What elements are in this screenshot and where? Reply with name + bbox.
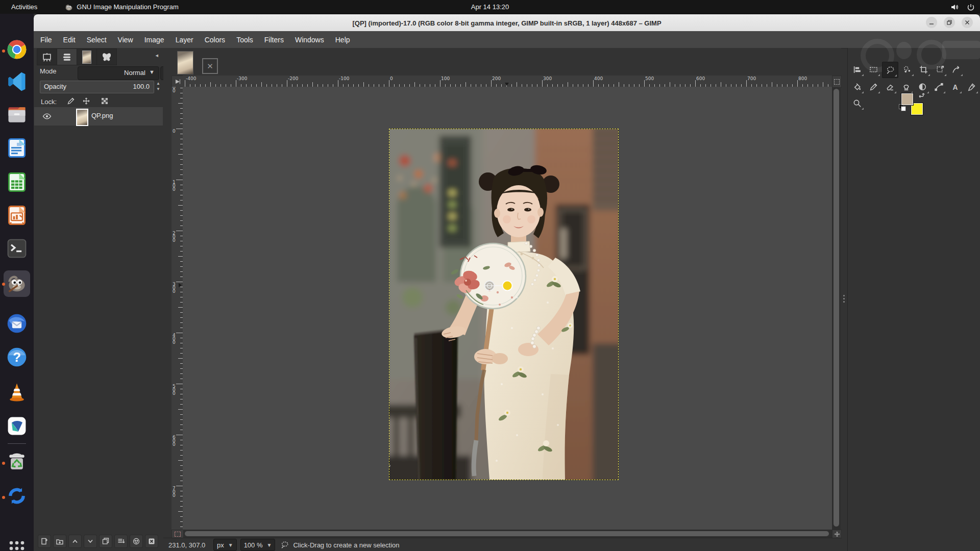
tool-zoom[interactable] [849,95,865,111]
opacity-spinner[interactable]: ▲▼ [154,81,162,93]
unit-dropdown[interactable]: px ▼ [213,539,237,551]
tab-menu-button[interactable]: ◂ [155,52,158,59]
menu-image[interactable]: Image [139,33,170,46]
menu-file[interactable]: File [35,33,58,46]
tool-clone[interactable] [898,79,914,94]
tool-paintbrush[interactable] [866,79,881,94]
toolbox-panel [847,48,980,551]
dock-item-updater[interactable] [5,484,29,508]
lock-pixels-button[interactable] [64,95,78,107]
dock-item-notes[interactable] [5,414,29,438]
vertical-scrollbar[interactable] [832,87,841,530]
dock-item-files[interactable] [5,103,29,127]
dock-item-calc[interactable] [5,170,29,194]
dock-item-appgrid[interactable] [5,536,29,551]
menu-windows[interactable]: Windows [289,33,330,46]
tool-free-select[interactable] [882,62,898,78]
dock-tab-image[interactable] [77,48,97,65]
clock[interactable]: Apr 14 13:20 [471,3,509,11]
menu-bar: FileEditSelectViewImageLayerColorsToolsF… [34,31,980,48]
horizontal-ruler[interactable]: -400-300-200-100010020030040050060070080… [183,76,832,87]
dock-tab-brushes[interactable] [96,48,117,65]
zoom-dropdown[interactable]: 100 % ▼ [240,539,276,551]
lock-alpha-button[interactable] [98,95,111,107]
minimize-button[interactable] [926,17,937,28]
dock-tab-tool-options[interactable] [37,48,57,65]
maximize-button[interactable] [944,17,955,28]
menu-filters[interactable]: Filters [259,33,289,46]
tool-text[interactable] [947,79,963,94]
new-group-button[interactable] [53,535,66,548]
focused-app-indicator[interactable]: GNU Image Manipulation Program [65,3,178,11]
image-drop-target[interactable]: ✕ [202,58,218,74]
new-layer-button[interactable] [38,535,51,548]
image-tab-thumbnail[interactable] [177,51,193,74]
zoom-follow-window-button[interactable] [832,76,842,88]
menu-edit[interactable]: Edit [58,33,81,46]
delete-layer-button[interactable] [145,535,158,548]
vertical-ruler[interactable]: - 1 0 001 0 02 0 03 0 04 0 05 0 06 0 07 … [172,87,183,530]
tool-handle-transform[interactable] [948,62,964,77]
canvas-viewport[interactable] [183,87,832,530]
photo-canvas[interactable] [389,129,618,480]
vertical-scrollbar-thumb[interactable] [834,89,839,527]
system-top-bar: Activities GNU Image Manipulation Progra… [0,0,980,14]
layer-row[interactable]: QP.png [34,107,163,126]
tool-alignment[interactable] [849,62,865,77]
tool-paths[interactable] [931,79,946,94]
dock-item-writer[interactable] [5,136,29,160]
layer-mode-dropdown[interactable]: Normal ▼ [78,66,159,80]
dock-item-thunderbird[interactable] [5,311,29,336]
zoom-icon [853,99,862,108]
tool-select-by-color[interactable] [899,62,915,77]
volume-icon[interactable] [950,3,959,11]
dock-item-help[interactable] [5,345,29,369]
menu-help[interactable]: Help [330,33,356,46]
dock-item-vscode[interactable] [5,69,29,94]
close-button[interactable] [962,17,973,28]
dock-item-vlc[interactable] [5,380,29,405]
ruler-corner-button[interactable] [172,76,184,88]
horizontal-scrollbar-thumb[interactable] [185,531,829,536]
power-icon[interactable] [967,3,975,11]
duplicate-layer-button[interactable] [99,535,112,548]
tool-rectangle-select[interactable] [866,62,881,77]
tool-unified-transform[interactable] [932,62,947,77]
dock-item-gimp[interactable] [4,270,30,297]
layer-thumbnail[interactable] [76,109,88,126]
merge-down-button[interactable] [114,535,128,548]
menu-layer[interactable]: Layer [170,33,199,46]
unified-transform-icon [936,65,944,74]
dock-item-chrome[interactable] [5,37,29,62]
handle-transform-icon [952,65,961,74]
activities-button[interactable]: Activities [7,2,41,12]
menu-view[interactable]: View [112,33,139,46]
terminal-icon [6,237,28,260]
system-tray[interactable] [950,3,975,11]
opacity-slider[interactable]: Opacity 100.0 [40,81,154,93]
foreground-color-swatch[interactable] [901,93,914,106]
add-mask-button[interactable] [130,535,143,548]
horizontal-scrollbar[interactable] [183,530,832,538]
swap-colors-icon[interactable] [918,92,925,99]
tool-color-picker[interactable] [964,79,979,94]
dock-tab-layers[interactable] [57,48,77,65]
raise-layer-button[interactable] [68,535,82,548]
tool-eraser[interactable] [882,79,897,94]
new-layer-icon [40,537,48,545]
ruler-pointer-marker [179,283,182,287]
menu-tools[interactable]: Tools [231,33,259,46]
dock-item-terminal[interactable] [5,236,29,261]
dock-item-trash[interactable] [5,449,29,474]
menu-colors[interactable]: Colors [199,33,231,46]
layer-visibility-eye-icon[interactable] [42,113,52,120]
dock-item-impress[interactable] [5,203,29,228]
image-layer[interactable] [389,129,619,480]
window-title-bar[interactable]: [QP] (imported)-17.0 (RGB color 8-bit ga… [34,14,980,32]
tool-bucket-fill[interactable] [849,79,865,94]
tool-crop[interactable] [916,62,931,77]
lower-layer-button[interactable] [84,535,97,548]
menu-select[interactable]: Select [81,33,112,46]
right-splitter-grip[interactable] [843,295,845,304]
lock-position-button[interactable] [80,95,93,107]
